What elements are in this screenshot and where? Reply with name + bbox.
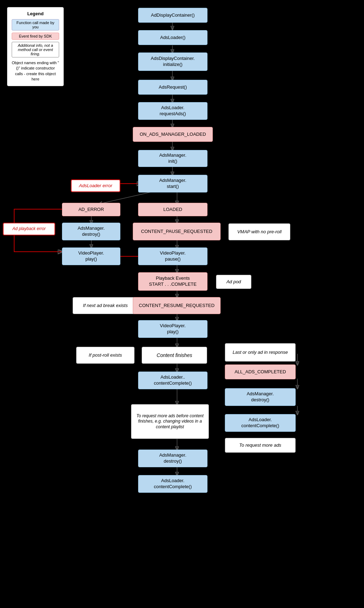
node-ad-display-container: AdDisplayContainer() bbox=[138, 8, 207, 23]
node-ads-request: AdsRequest() bbox=[138, 80, 207, 95]
node-ads-loader-content-complete-2: AdsLoader. contentComplete() bbox=[225, 414, 296, 432]
node-ads-loader: AdsLoader() bbox=[138, 30, 207, 45]
legend-note: Object names ending with "()" indicate c… bbox=[12, 60, 59, 82]
node-ad-error: AD_ERROR bbox=[62, 203, 120, 216]
node-ads-manager-destroy-2: AdsManager. destroy() bbox=[225, 388, 296, 406]
node-to-request-more-note: To request more ads before content finis… bbox=[131, 404, 209, 439]
node-ads-loader-error: AdsLoader error bbox=[71, 179, 120, 192]
node-ad-playback-error: Ad playback error bbox=[3, 223, 55, 235]
node-ads-display-container-init: AdsDisplayContainer. initialize() bbox=[138, 52, 207, 71]
legend-italic-item: Additional info, not a method call or ev… bbox=[12, 42, 59, 57]
node-last-or-only-ad: Last or only ad in response bbox=[225, 343, 296, 362]
node-video-player-play-2: VideoPlayer. play() bbox=[138, 320, 207, 338]
legend-pink-item: Event fired by SDK bbox=[12, 33, 59, 40]
node-vmap-no-preroll: VMAP with no pre-roll bbox=[228, 223, 290, 240]
node-loaded: LOADED bbox=[138, 203, 207, 216]
node-ads-manager-destroy-1: AdsManager. destroy() bbox=[62, 223, 120, 240]
node-video-player-play-1: VideoPlayer. play() bbox=[62, 247, 120, 265]
node-to-request-more-ads: To request more ads bbox=[225, 438, 296, 453]
node-ads-manager-destroy-3: AdsManager. destroy() bbox=[138, 450, 207, 467]
legend-box: Legend Function call made by you Event f… bbox=[7, 7, 64, 86]
node-content-pause-requested: CONTENT_PAUSE_REQUESTED bbox=[133, 223, 221, 240]
diagram-container: Legend Function call made by you Event f… bbox=[0, 0, 364, 608]
legend-title: Legend bbox=[12, 11, 59, 16]
node-on-ads-manager-loaded: ON_ADS_MANAGER_LOADED bbox=[133, 127, 213, 142]
node-ads-loader-request-ads: AdsLoader. requestAds() bbox=[138, 102, 207, 120]
svg-line-8 bbox=[99, 191, 154, 204]
node-ad-pod: Ad pod bbox=[216, 275, 251, 289]
legend-blue-item: Function call made by you bbox=[12, 19, 59, 30]
node-ads-loader-content-complete-1: AdsLoader.. contentComplete() bbox=[138, 372, 207, 389]
node-if-post-roll-exists: If post-roll exists bbox=[76, 347, 135, 364]
node-content-finishes: Content finishes bbox=[142, 347, 207, 364]
node-ads-manager-init: AdsManager. init() bbox=[138, 150, 207, 167]
node-content-resume-requested: CONTENT_RESUME_REQUESTED bbox=[133, 297, 221, 314]
node-ads-loader-content-complete-3: AdsLoader. contentComplete() bbox=[138, 475, 207, 493]
node-if-next-ad-break: If next ad break exists bbox=[73, 297, 138, 314]
node-all-ads-completed: ALL_ADS_COMPLETED bbox=[225, 364, 296, 379]
node-ads-manager-start: AdsManager. start() bbox=[138, 175, 207, 193]
node-playback-events: Playback Events START . . .COMPLETE bbox=[138, 272, 207, 291]
node-video-player-pause: VideoPlayer. pause() bbox=[138, 247, 207, 265]
